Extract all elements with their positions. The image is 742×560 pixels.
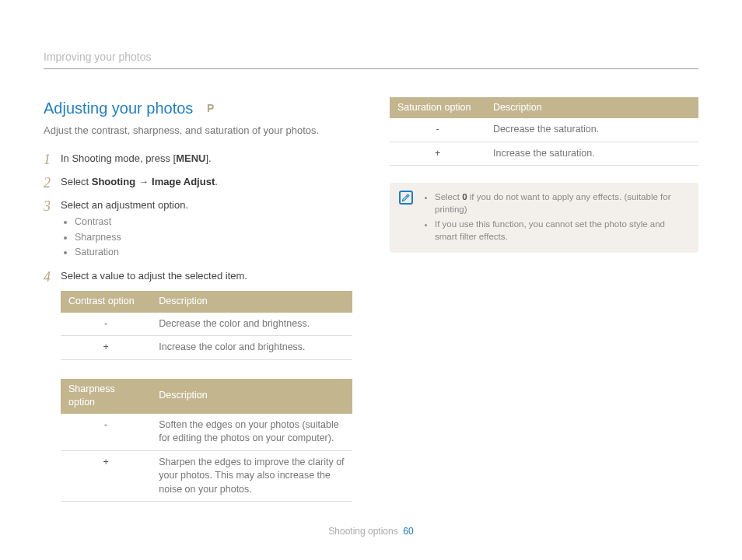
step-2: Select Shooting→Image Adjust. [44,175,352,189]
arrow-icon: → [135,176,152,187]
cell-desc: Decrease the color and brightness. [151,313,352,336]
contrast-table: Contrast option Description - Decrease t… [61,291,352,360]
opt-contrast: Contrast [75,215,352,229]
table-row: + Increase the saturation. [390,142,698,166]
sharpness-table: Sharpness option Description - Soften th… [61,379,352,502]
cell-desc: Sharpen the edges to improve the clarity… [151,450,352,502]
cell-opt: - [390,118,485,142]
saturation-h1: Saturation option [390,97,485,119]
note-1: Select 0 if you do not want to apply any… [435,191,688,215]
cell-desc: Soften the edges on your photos (suitabl… [151,414,352,451]
cell-opt: + [61,336,151,360]
note-1-pre: Select [435,192,462,201]
table-row: - Decrease the color and brightness. [61,313,352,336]
left-column: Adjusting your photos P Adjust the contr… [44,97,352,511]
note-2: If you use this function, you cannot set… [435,218,688,243]
step-3-text: Select an adjustment option. [61,199,188,211]
cell-desc: Decrease the saturation. [485,118,698,142]
step-2-pre: Select [61,176,92,187]
contrast-h1: Contrast option [61,291,151,313]
sharpness-h1: Sharpness option [61,379,151,414]
menu-label: MENU [176,152,205,164]
step-2-post: . [215,176,218,187]
note-icon [399,191,413,205]
cell-opt: - [61,414,151,451]
saturation-table: Saturation option Description - Decrease… [390,97,698,166]
table-row: - Soften the edges on your photos (suita… [61,414,352,451]
step-1: In Shooting mode, press [MENU]. [44,152,352,166]
intro-text: Adjust the contrast, sharpness, and satu… [44,124,352,138]
step-4: Select a value to adjust the selected it… [44,269,352,502]
step-2-b1: Shooting [92,176,135,187]
step-2-b2: Image Adjust [152,176,215,187]
step-1-pre: In Shooting mode, press [ [61,152,176,164]
heading-row: Adjusting your photos P [44,97,352,119]
opt-sharpness: Sharpness [75,231,352,245]
note-1-post: if you do not want to apply any effects.… [435,192,670,214]
footer-section: Shooting options [328,526,397,537]
cell-opt: - [61,313,151,336]
step-4-text: Select a value to adjust the selected it… [61,270,247,282]
page-title: Adjusting your photos [44,100,193,117]
cell-opt: + [390,142,485,166]
mode-badge: P [207,101,214,117]
step-3: Select an adjustment option. Contrast Sh… [44,198,352,260]
table-row: + Increase the color and brightness. [61,336,352,360]
opt-saturation: Saturation [75,246,352,260]
cell-opt: + [61,450,151,502]
page-number: 60 [403,526,413,537]
note-box: Select 0 if you do not want to apply any… [390,183,698,253]
page-footer: Shooting options 60 [0,525,742,538]
page-header: Improving your photos [44,50,698,69]
breadcrumb: Improving your photos [44,51,152,63]
steps-list: In Shooting mode, press [MENU]. Select S… [44,152,352,502]
table-row: - Decrease the saturation. [390,118,698,142]
cell-desc: Increase the color and brightness. [151,336,352,360]
cell-desc: Increase the saturation. [485,142,698,166]
contrast-h2: Description [151,291,352,313]
step-3-options: Contrast Sharpness Saturation [61,215,352,260]
table-row: + Sharpen the edges to improve the clari… [61,450,352,502]
right-column: Saturation option Description - Decrease… [390,97,698,511]
sharpness-h2: Description [151,379,352,414]
saturation-h2: Description [485,97,698,119]
step-1-post: ]. [205,152,211,164]
